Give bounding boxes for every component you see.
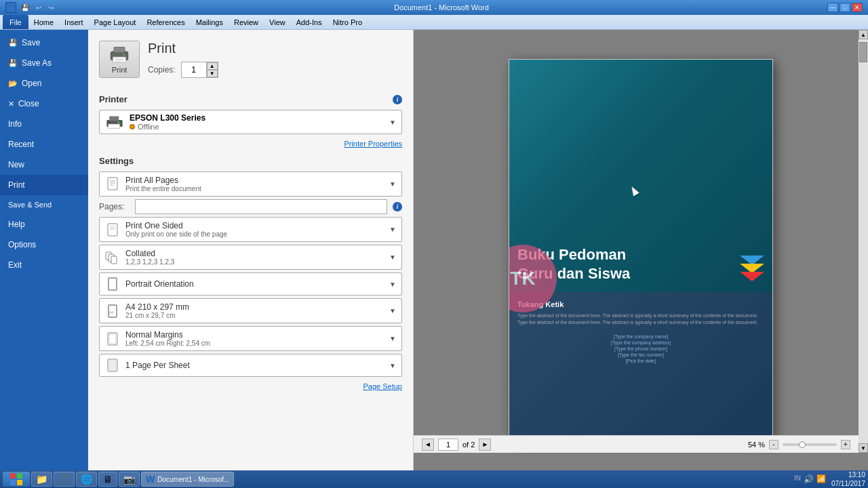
references-menu[interactable]: References <box>141 15 190 29</box>
word-taskbar-label: Document1 - Microsof... <box>157 476 229 483</box>
titlebar-controls[interactable]: — □ ✕ <box>827 3 863 12</box>
setting-dropdown-arrow[interactable]: ▼ <box>389 180 396 188</box>
app5-icon: 📷 <box>123 474 135 485</box>
sidebar-item-info[interactable]: Info <box>0 114 88 134</box>
setting-main: Print One Sided <box>125 221 227 230</box>
print-button[interactable]: Print <box>99 41 140 78</box>
printer-info-icon[interactable]: i <box>393 95 402 104</box>
nitropro-menu[interactable]: Nitro Pro <box>328 15 368 29</box>
speaker-icon[interactable]: 🔊 <box>804 474 814 484</box>
titlebar: 💾 ↩ ↪ Document1 - Microsoft Word — □ ✕ <box>0 0 868 15</box>
taskbar-word[interactable]: W Document1 - Microsof... <box>141 472 234 487</box>
page-number-input[interactable] <box>438 439 458 451</box>
portrait-icon <box>105 277 120 291</box>
zoom-in-button[interactable]: + <box>841 440 850 449</box>
insert-menu[interactable]: Insert <box>59 15 89 29</box>
setting-main: 1 Page Per Sheet <box>125 361 190 370</box>
setting-main: Collated <box>125 249 174 258</box>
setting-dropdown-arrow[interactable]: ▼ <box>389 226 396 233</box>
setting-sub: Print the entire document <box>125 185 201 192</box>
setting-text: A4 210 x 297 mm 21 cm x 29,7 cm <box>125 302 189 319</box>
sidebar-item-open[interactable]: 📂 Open <box>0 73 88 94</box>
review-menu[interactable]: Review <box>229 15 264 29</box>
next-page-button[interactable]: ► <box>479 439 491 451</box>
pagelayout-menu[interactable]: Page Layout <box>89 15 142 29</box>
printer-dropdown-arrow[interactable]: ▼ <box>389 119 396 126</box>
printer-properties-link[interactable]: Printer Properties <box>99 140 402 148</box>
page-navigation: ◄ of 2 ► <box>422 439 491 451</box>
sidebar-item-options[interactable]: Options <box>0 235 88 255</box>
taskbar-media[interactable]: 🎵 <box>54 472 75 487</box>
minimize-button[interactable]: — <box>827 3 838 12</box>
open-icon: 📂 <box>8 79 18 88</box>
addins-menu[interactable]: Add-Ins <box>291 15 328 29</box>
home-menu[interactable]: Home <box>28 15 59 29</box>
setting-a4[interactable]: A4 A4 210 x 297 mm 21 cm x 29,7 cm ▼ <box>99 298 402 323</box>
setting-dropdown-arrow[interactable]: ▼ <box>389 307 396 314</box>
one-sided-icon <box>105 222 120 237</box>
svg-rect-4 <box>115 61 122 62</box>
sidebar-item-close[interactable]: ✕ Close <box>0 94 88 114</box>
copies-up-button[interactable]: ▲ <box>207 62 218 70</box>
copies-label: Copies: <box>148 65 176 75</box>
sidebar-item-recent[interactable]: Recent <box>0 134 88 155</box>
close-button[interactable]: ✕ <box>852 3 863 12</box>
setting-portrait[interactable]: Portrait Orientation ▼ <box>99 272 402 296</box>
view-menu[interactable]: View <box>264 15 291 29</box>
mailings-menu[interactable]: Mailings <box>191 15 229 29</box>
preview-scrollbar[interactable]: ▲ ▼ <box>859 30 868 453</box>
open-label: Open <box>22 79 41 88</box>
abstract-text: Type the abstract of the document here. … <box>517 312 764 326</box>
scroll-track[interactable] <box>859 39 868 443</box>
printer-selector[interactable]: EPSON L300 Series Offline ▼ <box>99 110 402 134</box>
pages-input[interactable] <box>135 199 387 214</box>
sidebar-item-exit[interactable]: Exit <box>0 255 88 275</box>
prev-page-button[interactable]: ◄ <box>422 439 434 451</box>
scroll-down-button[interactable]: ▼ <box>859 443 868 453</box>
sidebar-item-saveas[interactable]: 💾 Save As <box>0 53 88 73</box>
copies-down-button[interactable]: ▼ <box>207 70 218 77</box>
sidebar-item-print[interactable]: Print <box>0 175 88 195</box>
pages-info-icon[interactable]: i <box>393 202 402 211</box>
start-button[interactable] <box>3 472 30 487</box>
sidebar-item-help[interactable]: Help <box>0 214 88 235</box>
page-setup-link[interactable]: Page Setup <box>99 382 402 390</box>
setting-margins[interactable]: Normal Margins Left: 2,54 cm Right: 2,54… <box>99 326 402 351</box>
taskbar-app5[interactable]: 📷 <box>119 472 140 487</box>
sidebar-item-new[interactable]: New <box>0 155 88 175</box>
printer-icon-svg <box>108 45 130 64</box>
setting-dropdown-arrow[interactable]: ▼ <box>389 281 396 288</box>
setting-dropdown-arrow[interactable]: ▼ <box>389 335 396 342</box>
contact-lines: [Type the company name] [Type the compan… <box>517 334 764 363</box>
zoom-slider[interactable] <box>783 443 837 446</box>
save-icon: 💾 <box>8 39 18 47</box>
setting-dropdown-arrow[interactable]: ▼ <box>389 253 396 261</box>
taskbar-explorer[interactable]: 📁 <box>31 472 52 487</box>
zoom-out-button[interactable]: - <box>769 440 778 449</box>
file-menu[interactable]: File <box>3 15 28 29</box>
setting-print-all-pages[interactable]: Print All Pages Print the entire documen… <box>99 171 402 197</box>
setting-one-sided[interactable]: Print One Sided Only print on one side o… <box>99 217 402 242</box>
collated-icon <box>105 250 120 265</box>
save-label: Save <box>22 38 40 47</box>
taskbar-app4[interactable]: 🖥 <box>98 472 117 487</box>
setting-sub: 1,2,3 1,2,3 1,2,3 <box>125 258 174 266</box>
setting-dropdown-arrow[interactable]: ▼ <box>389 362 396 369</box>
zoom-text: 54 % <box>748 441 765 449</box>
print-title: Print <box>148 41 402 56</box>
copies-input[interactable] <box>182 62 206 77</box>
zoom-thumb[interactable] <box>799 441 806 448</box>
sidebar-item-savesend[interactable]: Save & Send <box>0 195 88 214</box>
setting-collated[interactable]: Collated 1,2,3 1,2,3 1,2,3 ▼ <box>99 245 402 270</box>
scroll-up-button[interactable]: ▲ <box>859 30 868 39</box>
setting-text: Print One Sided Only print on one side o… <box>125 221 227 238</box>
sidebar: 💾 Save 💾 Save As 📂 Open ✕ Close Info Rec… <box>0 30 88 470</box>
taskbar-browser[interactable]: 🌐 <box>76 472 97 487</box>
scroll-thumb[interactable] <box>859 42 867 62</box>
copies-spinner[interactable]: ▲ ▼ <box>181 62 218 78</box>
saveas-label: Save As <box>22 58 52 68</box>
maximize-button[interactable]: □ <box>840 3 850 12</box>
printer-name: EPSON L300 Series <box>130 113 205 123</box>
sidebar-item-save[interactable]: 💾 Save <box>0 33 88 53</box>
setting-pages-per-sheet[interactable]: 1 Page Per Sheet ▼ <box>99 354 402 377</box>
